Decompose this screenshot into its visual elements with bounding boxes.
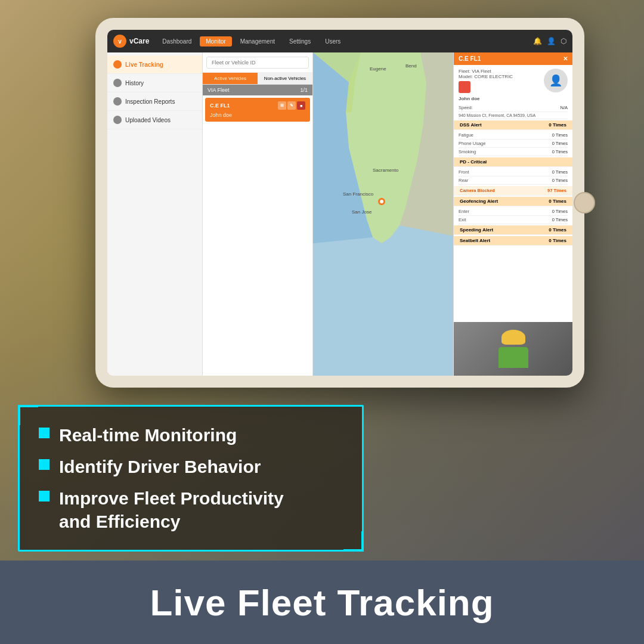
vehicle-action-2[interactable]: ✎ — [287, 101, 296, 110]
location-value: 940 Mission Ct, Fremont, CA 94539, USA — [459, 113, 535, 117]
inspection-icon — [113, 97, 122, 106]
driver-vest — [499, 347, 528, 368]
vehicle-driver: John doe — [210, 112, 305, 118]
vehicle-action-stop[interactable]: ■ — [297, 101, 305, 110]
svg-text:San Francisco: San Francisco — [343, 191, 374, 197]
svg-text:San Jose: San Jose — [352, 209, 372, 215]
feature-text-2: Identify Driver Behavior — [59, 455, 261, 478]
enter-row: Enter0 Times — [459, 208, 568, 216]
bullet-2 — [39, 459, 49, 470]
vehicle-action-1[interactable]: ⊞ — [278, 101, 286, 110]
driver-preview-inner — [454, 322, 572, 376]
info-panel: C.E FL1 ✕ 👤 Fleet: VIA Fleet Model: CORE… — [453, 52, 572, 376]
fleet-count: 1/1 — [300, 87, 308, 93]
front-row: Front0 Times — [459, 168, 568, 177]
feature-item-2: Identify Driver Behavior — [39, 455, 343, 478]
nav-monitor[interactable]: Monitor — [200, 36, 231, 47]
map-svg: Eugene Bend Sacramento San Francisco San… — [313, 52, 453, 376]
nav-brand: v vCare — [113, 35, 149, 48]
info-speed-row: Speed: N/A — [459, 104, 568, 112]
tab-active-vehicles[interactable]: Active Vehicles — [203, 73, 258, 84]
fleet-name: VIA Fleet — [208, 87, 230, 93]
driver-figure — [499, 330, 528, 368]
user-icon[interactable]: 👤 — [547, 37, 556, 45]
vehicle-card-header: C.E FL1 ⊞ ✎ ■ — [210, 101, 305, 110]
info-header: C.E FL1 ✕ — [454, 52, 572, 65]
driver-preview — [454, 322, 572, 376]
dss-alert-header: DSS Alert0 Times — [454, 120, 572, 130]
smoking-row: Smoking0 Times — [459, 148, 568, 156]
phone-row: Phone Usage0 Times — [459, 140, 568, 148]
info-model: CORE ELECTRIC — [474, 74, 513, 79]
feature-text-3: Improve Fleet Productivityand Efficiency — [59, 487, 284, 533]
driver-avatar: 👤 — [544, 69, 568, 92]
svg-text:Sacramento: Sacramento — [373, 168, 399, 173]
exit-row: Exit0 Times — [459, 216, 568, 224]
bottom-bar: Live Fleet Tracking — [0, 561, 644, 644]
vehicle-id: C.E FL1 — [210, 103, 230, 109]
tablet-screen: v vCare Dashboard Monitor Management Set… — [107, 30, 572, 376]
vehicle-search-input[interactable] — [206, 57, 309, 69]
vehicles-panel: Active Vehicles Non-active Vehicles VIA … — [203, 52, 313, 376]
bullet-3 — [39, 491, 49, 501]
sidebar: Live Tracking History Inspection Reports… — [107, 52, 203, 376]
sidebar-item-history[interactable]: History — [107, 74, 202, 92]
brand-name: vCare — [129, 37, 149, 45]
sidebar-item-inspection[interactable]: Inspection Reports — [107, 92, 202, 111]
top-nav: v vCare Dashboard Monitor Management Set… — [107, 30, 572, 52]
vehicle-actions: ⊞ ✎ ■ — [278, 101, 305, 110]
vcare-logo-icon: v — [113, 35, 126, 48]
svg-point-7 — [380, 200, 383, 203]
sidebar-item-videos[interactable]: Uploaded Videos — [107, 111, 202, 129]
feature-item-1: Real-time Monitoring — [39, 423, 343, 447]
nav-management[interactable]: Management — [234, 36, 281, 47]
nav-users[interactable]: Users — [319, 36, 346, 47]
tablet-frame: v vCare Dashboard Monitor Management Set… — [95, 18, 584, 388]
notification-icon[interactable]: 🔔 — [533, 37, 542, 45]
vehicle-card[interactable]: C.E FL1 ⊞ ✎ ■ John doe — [205, 98, 310, 122]
nav-dashboard[interactable]: Dashboard — [156, 36, 197, 47]
nav-settings[interactable]: Settings — [283, 36, 317, 47]
feature-box: Real-time Monitoring Identify Driver Beh… — [18, 405, 364, 552]
info-vehicle-id: C.E FL1 — [459, 55, 481, 62]
logout-icon[interactable]: ⬡ — [561, 37, 566, 45]
driver-helmet — [501, 330, 525, 345]
feature-item-3: Improve Fleet Productivityand Efficiency — [39, 487, 343, 533]
info-close-icon[interactable]: ✕ — [563, 55, 568, 62]
info-fleet: VIA Fleet — [472, 69, 491, 74]
center-area: Active Vehicles Non-active Vehicles VIA … — [203, 52, 572, 376]
feature-text-1: Real-time Monitoring — [59, 423, 237, 447]
video-icon — [113, 116, 122, 124]
info-driver-name: John doe — [459, 96, 568, 101]
live-tracking-icon — [113, 60, 122, 69]
fleet-header: VIA Fleet 1/1 — [203, 85, 312, 95]
seatbelt-header: Seatbelt Alert0 Times — [454, 236, 572, 246]
search-bar — [203, 52, 312, 73]
tablet-container: v vCare Dashboard Monitor Management Set… — [95, 18, 644, 447]
sidebar-item-live-tracking[interactable]: Live Tracking — [107, 55, 202, 74]
history-icon — [113, 79, 122, 87]
nav-icons: 🔔 👤 ⬡ — [533, 37, 566, 45]
map-area: Eugene Bend Sacramento San Francisco San… — [313, 52, 453, 376]
tab-nonactive-vehicles[interactable]: Non-active Vehicles — [258, 73, 312, 84]
info-body: 👤 Fleet: VIA Fleet Model: CORE ELECTRIC … — [454, 65, 572, 322]
rear-row: Rear0 Times — [459, 177, 568, 185]
vehicle-tabs: Active Vehicles Non-active Vehicles — [203, 73, 312, 85]
tablet-home-button[interactable] — [574, 192, 595, 213]
pd-critical-header: PD - Critical — [454, 157, 572, 167]
svg-text:Eugene: Eugene — [370, 66, 386, 72]
bullet-1 — [39, 428, 49, 438]
speed-value: N/A — [560, 105, 568, 110]
bottom-title: Live Fleet Tracking — [150, 581, 494, 624]
main-content: Live Tracking History Inspection Reports… — [107, 52, 572, 376]
geofencing-header: Geofencing Alert0 Times — [454, 197, 572, 206]
fatigue-row: Fatigue0 Times — [459, 131, 568, 140]
speeding-header: Speeding Alert0 Times — [454, 225, 572, 235]
camera-blocked-header: Camera Blocked97 Times — [454, 186, 572, 196]
svg-text:Bend: Bend — [405, 63, 417, 69]
info-location-row: 940 Mission Ct, Fremont, CA 94539, USA — [459, 112, 568, 119]
